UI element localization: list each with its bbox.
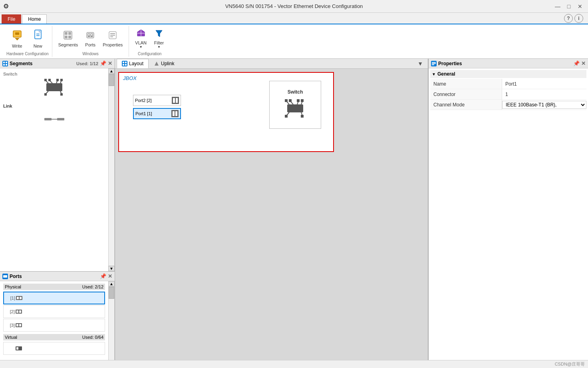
switch-canvas-icon <box>281 96 309 120</box>
svg-rect-60 <box>125 62 127 63</box>
vlan-dropdown-arrow[interactable]: ▼ <box>139 45 143 49</box>
main-area: Segments Used: 1/12 📌 ✕ Switch <box>0 59 588 368</box>
channel-mode-select[interactable]: IEEE 100Base-T1 (BR), <box>502 101 586 109</box>
port-2-label: [2] <box>5 309 15 314</box>
port1-block[interactable]: Port1 [1] <box>133 108 181 119</box>
name-prop-label: Name <box>430 79 502 89</box>
switch-segment-item[interactable]: Switch <box>2 70 107 99</box>
properties-icon <box>108 31 117 42</box>
svg-rect-82 <box>301 115 304 118</box>
tab-layout[interactable]: Layout <box>117 59 149 68</box>
name-prop-value: Port1 <box>502 80 586 88</box>
properties-pin-button[interactable]: 📌 <box>573 60 580 66</box>
windows-buttons: Segments Ports <box>56 27 126 51</box>
svg-rect-59 <box>123 62 124 63</box>
segments-close-button[interactable]: ✕ <box>108 60 112 66</box>
segments-scroll-up[interactable]: ▲ <box>108 68 115 74</box>
svg-rect-41 <box>60 93 63 96</box>
ports-scroll-track[interactable] <box>108 286 115 368</box>
svg-rect-42 <box>44 118 52 120</box>
link-segment-icon <box>42 109 66 129</box>
svg-marker-1 <box>15 38 20 40</box>
ports-ribbon-label: Ports <box>85 42 95 47</box>
ports-scrollbar[interactable]: ▲ ▼ <box>108 281 115 368</box>
svg-rect-26 <box>6 62 7 63</box>
segments-ribbon-label: Segments <box>58 42 78 47</box>
layout-dropdown[interactable]: ▼ <box>414 60 426 67</box>
jbox-container: JBOX Port2 [2] Port1 [1] <box>118 72 334 152</box>
ports-scroll-up[interactable]: ▲ <box>108 281 115 286</box>
hardware-group-label: Hardware Configuration <box>6 52 49 56</box>
svg-rect-25 <box>3 62 5 63</box>
segments-pin-button[interactable]: 📌 <box>100 60 106 66</box>
minimize-button[interactable]: — <box>553 2 562 11</box>
properties-close-button[interactable]: ✕ <box>581 60 586 66</box>
app-icon: ⚙ <box>3 2 9 10</box>
ribbon: File Home ? i Write <box>0 13 588 59</box>
segments-header-right: 📌 ✕ <box>100 60 112 66</box>
general-group-label: General <box>437 71 455 77</box>
switch-segment-icon <box>42 77 66 97</box>
link-segment-item[interactable]: Link <box>2 102 107 131</box>
segments-scroll-track[interactable] <box>108 74 115 266</box>
port-2-icon <box>15 308 23 316</box>
segments-panel-header: Segments Used: 1/12 📌 ✕ <box>0 59 115 68</box>
svg-rect-49 <box>20 297 22 299</box>
info-button[interactable]: i <box>574 14 583 23</box>
segments-ribbon-button[interactable]: Segments <box>56 29 81 49</box>
port-item-3[interactable]: [3] <box>3 319 105 332</box>
switch-block[interactable]: Switch <box>269 81 321 129</box>
ribbon-tabs: File Home ? i <box>0 13 588 24</box>
port-3-label: [3] <box>5 323 15 328</box>
svg-rect-84 <box>432 62 436 63</box>
close-button[interactable]: ✕ <box>575 2 585 11</box>
port-3-icon <box>15 321 23 329</box>
svg-rect-72 <box>285 99 288 102</box>
ribbon-content: Write New Hardware Configuration <box>0 24 588 58</box>
svg-rect-35 <box>56 79 59 81</box>
svg-rect-31 <box>44 79 47 81</box>
switch-block-label: Switch <box>288 89 303 95</box>
status-bar: CSDN@庄哥哥 <box>0 360 588 368</box>
physical-section-header: Physical Used: 2/12 <box>3 284 105 290</box>
properties-ribbon-button[interactable]: Properties <box>100 29 125 49</box>
ports-ribbon-button[interactable]: Ports <box>82 29 98 49</box>
svg-rect-74 <box>289 99 292 102</box>
svg-rect-57 <box>16 347 18 350</box>
segments-scrollbar[interactable]: ▲ ▼ <box>108 68 115 271</box>
channel-mode-prop-value: IEEE 100Base-T1 (BR), <box>502 101 586 109</box>
virtual-usage: Used: 0/64 <box>82 335 103 340</box>
segments-scroll-down[interactable]: ▼ <box>108 266 115 271</box>
properties-ribbon-label: Properties <box>103 42 123 47</box>
filter-button[interactable]: Filter ▼ <box>151 27 167 51</box>
left-panels: Segments Used: 1/12 📌 ✕ Switch <box>0 59 115 368</box>
filter-dropdown-arrow[interactable]: ▼ <box>157 45 161 49</box>
new-label: New <box>34 44 42 48</box>
port-item-2[interactable]: [2] <box>3 305 105 318</box>
connector-prop-label: Connector <box>430 89 502 99</box>
write-button[interactable]: Write <box>8 27 27 50</box>
vlan-button[interactable]: VLAN ▼ <box>132 27 149 51</box>
canvas-area: JBOX Port2 [2] Port1 [1] <box>115 69 428 368</box>
tab-home[interactable]: Home <box>22 14 47 24</box>
port2-block[interactable]: Port2 [2] <box>133 95 181 106</box>
ports-pin-button[interactable]: 📌 <box>100 273 106 279</box>
help-button[interactable]: ? <box>564 14 573 23</box>
new-button[interactable]: New <box>28 27 48 50</box>
maximize-button[interactable]: □ <box>564 2 574 11</box>
ports-close-button[interactable]: ✕ <box>108 273 112 279</box>
prop-group-general[interactable]: ▼ General <box>430 70 586 78</box>
port-item-1[interactable]: [1] <box>3 292 105 304</box>
vlan-label: VLAN <box>135 40 147 45</box>
svg-rect-70 <box>287 104 303 112</box>
segments-icon <box>64 31 72 42</box>
tab-file[interactable]: File <box>2 14 21 24</box>
tab-uplink[interactable]: Uplink <box>149 59 179 68</box>
virtual-port-item-1[interactable] <box>3 342 105 355</box>
svg-rect-61 <box>123 64 124 66</box>
svg-rect-33 <box>48 79 51 81</box>
prop-row-connector: Connector 1 <box>430 89 586 100</box>
svg-rect-68 <box>173 111 175 116</box>
vlan-icon <box>137 29 145 40</box>
new-icon <box>32 29 44 43</box>
